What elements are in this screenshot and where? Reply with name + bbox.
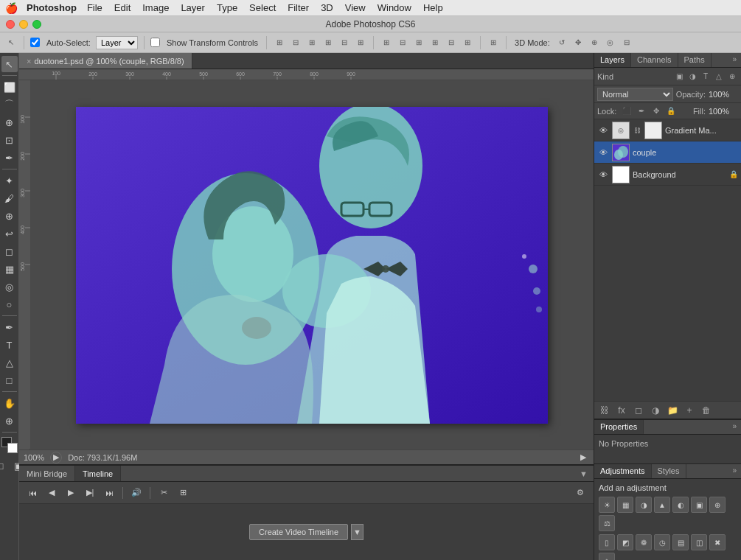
timeline-tab[interactable]: Timeline — [75, 466, 121, 481]
align-bottom-icon[interactable]: ⊞ — [354, 36, 367, 49]
pen-tool[interactable]: ✒ — [1, 319, 18, 335]
adj-invert-icon[interactable]: ◷ — [654, 534, 670, 550]
blend-mode-select[interactable]: Normal Multiply Screen — [597, 88, 673, 101]
tl-next-frame[interactable]: ▶| — [83, 486, 97, 500]
align-top-icon[interactable]: ⊞ — [321, 36, 335, 49]
lock-all-icon[interactable]: 🔒 — [665, 105, 677, 117]
gradient-tool[interactable]: ▦ — [1, 261, 18, 277]
align-center-h-icon[interactable]: ⊟ — [289, 36, 302, 49]
text-tool[interactable]: T — [1, 337, 18, 353]
menu-filter[interactable]: Filter — [282, 0, 315, 15]
marquee-tool[interactable]: ⬜ — [1, 79, 18, 95]
adj-brightness-icon[interactable]: ☀ — [599, 497, 615, 513]
menu-layer[interactable]: Layer — [175, 0, 211, 15]
adj-curves-icon[interactable]: ◑ — [636, 497, 652, 513]
layer-new-icon[interactable]: + — [682, 403, 697, 418]
adj-levels-icon[interactable]: ▦ — [617, 497, 633, 513]
adj-gradientmap-icon[interactable]: ✖ — [709, 534, 726, 550]
adj-channelmix-icon[interactable]: ◩ — [617, 534, 633, 550]
3d-rotate-icon[interactable]: ↺ — [555, 36, 568, 49]
lasso-tool[interactable]: ⌒ — [1, 97, 18, 113]
crop-tool[interactable]: ⊡ — [1, 132, 18, 148]
layer-mask-icon[interactable]: ◻ — [631, 403, 646, 418]
properties-expand[interactable]: » — [728, 420, 741, 434]
move-tool[interactable]: ↖ — [1, 56, 18, 72]
healing-tool[interactable]: ✦ — [1, 172, 18, 189]
layer-link-icon[interactable]: ⛓ — [597, 403, 612, 418]
tl-first-frame[interactable]: ⏮ — [25, 486, 40, 500]
zoom-tool[interactable]: ⊕ — [1, 413, 18, 429]
path-tool[interactable]: △ — [1, 354, 18, 371]
close-button[interactable] — [6, 20, 15, 29]
align-center-v-icon[interactable]: ⊟ — [338, 36, 351, 49]
3d-orbit-icon[interactable]: ◎ — [604, 36, 617, 49]
create-video-timeline-button[interactable]: Create Video Timeline — [249, 524, 348, 540]
3d-pan-icon[interactable]: ✥ — [571, 36, 585, 49]
apple-menu[interactable]: 🍎 — [0, 2, 22, 14]
lock-move-icon[interactable]: ✥ — [650, 105, 662, 117]
filter-pixel-icon[interactable]: ▣ — [673, 71, 685, 83]
lock-pixel-icon[interactable]: ⬛ — [621, 105, 633, 117]
layer-gradient-map[interactable]: 👁 ◎ ⛓ Gradient Ma... — [594, 119, 741, 141]
layer-1-visibility[interactable]: 👁 — [597, 125, 609, 136]
eyedropper-tool[interactable]: ✒ — [1, 150, 18, 166]
menu-type[interactable]: Type — [211, 0, 243, 15]
properties-tab[interactable]: Properties — [594, 420, 644, 434]
layer-adj-icon[interactable]: ◑ — [648, 403, 663, 418]
channels-tab[interactable]: Channels — [631, 53, 678, 67]
menu-edit[interactable]: Edit — [108, 0, 136, 15]
distribute-icon-1[interactable]: ⊞ — [380, 36, 393, 49]
filter-text-icon[interactable]: T — [700, 71, 712, 83]
paths-tab[interactable]: Paths — [678, 53, 712, 67]
menu-image[interactable]: Image — [136, 0, 175, 15]
align-left-icon[interactable]: ⊞ — [273, 36, 286, 49]
adj-vibrance-icon[interactable]: ◐ — [672, 497, 689, 513]
layers-expand[interactable]: » — [728, 53, 741, 67]
menu-view[interactable]: View — [339, 0, 372, 15]
menu-select[interactable]: Select — [243, 0, 282, 15]
hand-tool[interactable]: ✋ — [1, 395, 18, 411]
layer-2-visibility[interactable]: 👁 — [597, 147, 609, 158]
adj-threshold-icon[interactable]: ◫ — [691, 534, 707, 550]
minimize-button[interactable] — [19, 20, 28, 29]
scroll-right-btn[interactable]: ▶ — [577, 452, 589, 463]
distribute-icon-4[interactable]: ⊞ — [428, 36, 442, 49]
clone-tool[interactable]: ⊕ — [1, 208, 18, 224]
tl-audio[interactable]: 🔊 — [129, 486, 144, 500]
fg-bg-colors[interactable] — [1, 437, 18, 453]
align-right-icon[interactable]: ⊞ — [305, 36, 319, 49]
tl-split[interactable]: ⊞ — [175, 486, 190, 500]
layer-background[interactable]: 👁 Background 🔒 — [594, 164, 741, 186]
filter-smart-icon[interactable]: ⊕ — [726, 71, 738, 83]
distribute-icon-2[interactable]: ⊟ — [396, 36, 409, 49]
adj-selectivecolor-icon[interactable]: ◈ — [599, 553, 615, 560]
tl-cut[interactable]: ✂ — [156, 486, 171, 500]
filter-adj-icon[interactable]: ◑ — [686, 71, 698, 83]
menu-file[interactable]: File — [81, 0, 108, 15]
distribute-icon-3[interactable]: ⊞ — [412, 36, 425, 49]
menu-3d[interactable]: 3D — [315, 0, 339, 15]
3d-zoom-icon[interactable]: ⊕ — [588, 36, 601, 49]
extra-icon[interactable]: ⊞ — [487, 36, 500, 49]
tl-play[interactable]: ▶ — [63, 486, 78, 500]
auto-select-checkbox[interactable] — [30, 38, 40, 47]
adj-expand[interactable]: » — [728, 464, 741, 478]
filter-shape-icon[interactable]: △ — [713, 71, 725, 83]
show-transform-checkbox[interactable] — [150, 38, 160, 47]
adj-photofilter-icon[interactable]: ▯ — [599, 534, 615, 550]
blur-tool[interactable]: ◎ — [1, 279, 18, 295]
background-color[interactable] — [7, 443, 18, 453]
brush-tool[interactable]: 🖌 — [1, 190, 18, 206]
zoom-indicator[interactable]: ▶ — [50, 452, 62, 463]
3d-extra-icon[interactable]: ⊟ — [620, 36, 633, 49]
eraser-tool[interactable]: ◻ — [1, 243, 18, 259]
auto-select-dropdown[interactable]: Layer Group — [96, 36, 138, 49]
layer-folder-icon[interactable]: 📁 — [665, 403, 680, 418]
menu-help[interactable]: Help — [417, 0, 449, 15]
adj-colorbalance-icon[interactable]: ⊕ — [709, 497, 726, 513]
tl-settings[interactable]: ⚙ — [573, 486, 588, 500]
adjustments-tab[interactable]: Adjustments — [594, 464, 652, 478]
tab-close[interactable]: × — [27, 57, 31, 66]
adj-hs-icon[interactable]: ▣ — [691, 497, 707, 513]
layer-couple[interactable]: 👁 couple — [594, 141, 741, 164]
